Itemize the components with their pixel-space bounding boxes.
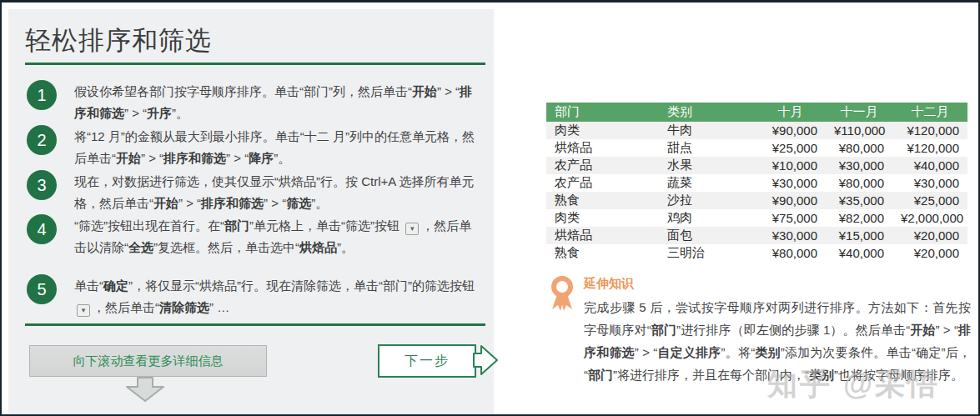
table-cell: ¥25,000 [755,139,826,157]
step-number-badge: 1 [27,80,57,110]
table-cell: ¥75,000 [755,209,826,227]
step-item-1: 1 假设你希望各部门按字母顺序排序。单击“部门”列，然后单击“开始” > “排序… [27,80,477,124]
table-cell: ¥82,000 [826,209,892,227]
extended-knowledge-heading: 延伸知识 [584,276,634,292]
table-cell: 蔬菜 [659,174,755,192]
scroll-down-arrow-icon [125,377,165,402]
table-cell: ¥40,000 [892,157,967,174]
column-header-october: 十月 [755,103,826,122]
table-cell: 牛肉 [659,122,755,139]
table-row: 烘焙品面包¥30,000¥15,000¥20,000 [546,227,967,244]
extended-knowledge-text: 完成步骤 5 后，尝试按字母顺序对两列进行排序。方法如下：首先按字母顺序对“部门… [584,296,971,386]
table-cell: 水果 [659,157,755,174]
table-cell: 肉类 [546,209,659,227]
next-arrow-icon [472,343,499,378]
column-header-department: 部门 [546,103,659,122]
table-cell: 熟食 [546,244,659,262]
tutorial-window: 轻松排序和筛选 1 假设你希望各部门按字母顺序排序。单击“部门”列，然后单击“开… [0,0,980,416]
step-text: 现在，对数据进行筛选，使其仅显示“烘焙品”行。按 Ctrl+A 选择所有单元格，… [74,170,477,214]
table-cell: ¥30,000 [826,157,892,174]
table-cell: ¥110,000 [826,122,892,139]
column-header-november: 十一月 [826,103,892,122]
table-cell: ¥2,000,000 [892,209,967,227]
step-text: 假设你希望各部门按字母顺序排序。单击“部门”列，然后单击“开始” > “排序和筛… [74,80,477,124]
table-cell: 甜点 [659,139,755,157]
table-row: 熟食沙拉¥90,000¥35,000¥25,000 [546,192,967,209]
title-underline [25,63,485,65]
instructions-panel: 轻松排序和筛选 1 假设你希望各部门按字母顺序排序。单击“部门”列，然后单击“开… [8,9,494,414]
table-cell: ¥80,000 [755,244,826,262]
table-cell: 熟食 [546,192,659,209]
table-cell: ¥90,000 [755,192,826,209]
table-cell: ¥120,000 [892,139,967,157]
column-header-category: 类别 [659,103,755,122]
table-cell: ¥20,000 [892,227,967,244]
table-cell: ¥30,000 [755,227,826,244]
filter-dropdown-icon: ▾ [405,223,419,235]
table-cell: 鸡肉 [659,209,755,227]
table-row: 农产品蔬菜¥30,000¥80,000¥30,000 [546,174,967,192]
page-title: 轻松排序和筛选 [25,23,212,58]
step-number-badge: 4 [27,214,57,244]
table-cell: ¥30,000 [892,174,967,192]
section-divider [25,323,485,326]
table-cell: 烘焙品 [546,227,659,244]
table-cell: ¥40,000 [826,244,892,262]
table-cell: 面包 [659,227,755,244]
step-item-5: 5 单击“确定”，将仅显示“烘焙品”行。现在清除筛选，单击“部门”的筛选按钮 ▾… [27,274,477,318]
table-header-row: 部门 类别 十月 十一月 十二月 [546,103,967,122]
table-cell: 烘焙品 [546,139,659,157]
column-header-december: 十二月 [892,103,967,122]
step-number-badge: 2 [27,125,57,155]
table-cell: 三明治 [659,244,755,262]
table-cell: ¥90,000 [755,122,826,139]
table-row: 烘焙品甜点¥25,000¥80,000¥120,000 [546,139,967,157]
step-number-badge: 5 [27,274,57,304]
step-item-3: 3 现在，对数据进行筛选，使其仅显示“烘焙品”行。按 Ctrl+A 选择所有单元… [27,170,477,214]
step-item-4: 4 “筛选”按钮出现在首行。在“部门”单元格上，单击“筛选”按钮 ▾，然后单击以… [27,214,477,258]
table-cell: ¥15,000 [826,227,892,244]
step-number-badge: 3 [27,170,57,200]
step-text: 将“12 月”的金额从最大到最小排序。单击“十二 月”列中的任意单元格，然后单击… [74,125,477,169]
table-cell: ¥80,000 [826,174,892,192]
table-row: 肉类牛肉¥90,000¥110,000¥120,000 [546,122,967,139]
filter-dropdown-icon: ▾ [77,304,90,317]
table-row: 肉类鸡肉¥75,000¥82,000¥2,000,000 [546,209,967,227]
table-cell: ¥25,000 [892,192,967,209]
step-item-2: 2 将“12 月”的金额从最大到最小排序。单击“十二 月”列中的任意单元格，然后… [27,125,477,169]
table-row: 农产品水果¥10,000¥30,000¥40,000 [546,157,967,174]
table-cell: ¥20,000 [892,244,967,262]
table-row: 熟食三明治¥80,000¥40,000¥20,000 [546,244,967,262]
table-cell: 沙拉 [659,192,755,209]
table-cell: ¥120,000 [892,122,967,139]
step-text: 单击“确定”，将仅显示“烘焙品”行。现在清除筛选，单击“部门”的筛选按钮 ▾，然… [74,274,477,318]
table-cell: 农产品 [546,157,659,174]
next-button[interactable]: 下一步 [378,344,476,378]
sales-table-body: 肉类牛肉¥90,000¥110,000¥120,000烘焙品甜点¥25,000¥… [546,122,967,262]
table-cell: ¥30,000 [755,174,826,192]
next-button-label: 下一步 [405,353,450,370]
scroll-more-button[interactable]: 向下滚动查看更多详细信息 [29,345,267,377]
table-cell: 肉类 [546,122,659,139]
sales-table: 部门 类别 十月 十一月 十二月 肉类牛肉¥90,000¥110,000¥120… [546,103,967,262]
step-text: “筛选”按钮出现在首行。在“部门”单元格上，单击“筛选”按钮 ▾，然后单击以清除… [74,214,477,258]
table-cell: ¥35,000 [826,192,892,209]
award-ribbon-icon [547,275,577,312]
table-cell: ¥10,000 [755,157,826,174]
table-cell: ¥80,000 [826,139,892,157]
table-cell: 农产品 [546,174,659,192]
